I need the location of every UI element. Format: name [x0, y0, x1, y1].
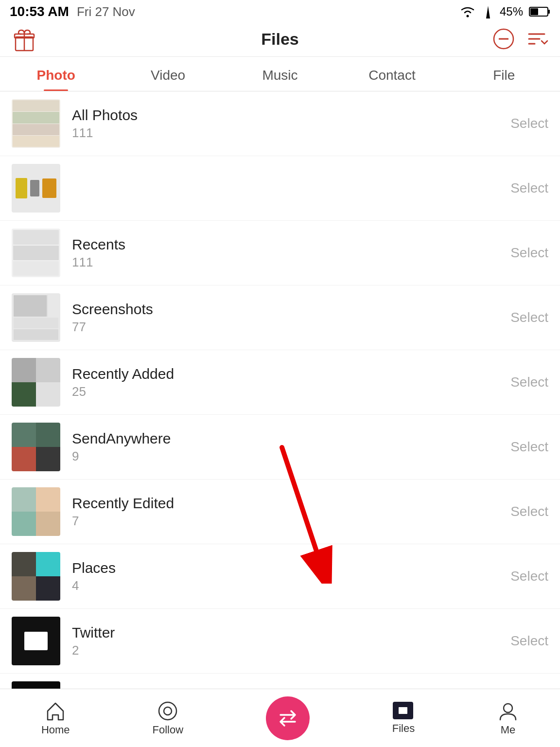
thumb-swatches — [12, 164, 60, 213]
item-name-screenshots: Screenshots — [72, 301, 510, 318]
nav-me-label: Me — [501, 724, 516, 736]
svg-point-17 — [504, 704, 512, 712]
nav-home[interactable]: Home — [41, 700, 70, 736]
tab-video[interactable]: Video — [112, 57, 224, 91]
thumb-all-photos — [12, 99, 60, 148]
select-send-anywhere[interactable]: Select — [510, 439, 548, 455]
list-item-recently-added[interactable]: Recently Added 25 Select — [0, 350, 560, 415]
header-right — [492, 27, 548, 51]
item-name-places: Places — [72, 560, 510, 576]
list-item-info-all-photos: All Photos 111 — [72, 107, 510, 141]
tab-bar: Photo Video Music Contact File — [0, 57, 560, 91]
nav-me[interactable]: Me — [497, 700, 519, 736]
photo-list: All Photos 111 Select Select Re — [0, 91, 560, 747]
list-item-info-recently-edited: Recently Edited 7 — [72, 495, 510, 529]
status-date: Fri 27 Nov — [77, 4, 135, 19]
item-name-recently-edited: Recently Edited — [72, 495, 510, 512]
select-swatches[interactable]: Select — [510, 180, 548, 196]
select-recently-edited[interactable]: Select — [510, 504, 548, 519]
svg-marker-1 — [486, 6, 490, 18]
me-icon — [497, 700, 519, 722]
follow-icon — [157, 700, 178, 722]
header-title: Files — [261, 30, 298, 49]
list-item-info-places: Places 4 — [72, 560, 510, 593]
header-left — [12, 26, 37, 52]
files-nav-icon — [393, 702, 414, 720]
signal-icon — [482, 5, 494, 18]
item-name-recently-added: Recently Added — [72, 366, 510, 382]
list-item-swatches[interactable]: Select — [0, 156, 560, 221]
list-item-info-twitter: Twitter 2 — [72, 624, 510, 658]
tab-music[interactable]: Music — [224, 57, 336, 91]
list-item-recently-edited[interactable]: Recently Edited 7 Select — [0, 480, 560, 544]
nav-home-label: Home — [41, 724, 70, 736]
item-count-recents: 111 — [72, 255, 510, 270]
item-count-all-photos: 111 — [72, 125, 510, 141]
battery-text: 45% — [500, 5, 523, 18]
item-count-twitter: 2 — [72, 643, 510, 658]
bottom-nav: Home Follow Files Me — [0, 689, 560, 747]
item-name-twitter: Twitter — [72, 624, 510, 641]
nav-follow-label: Follow — [152, 724, 183, 736]
list-item-info-screenshots: Screenshots 77 — [72, 301, 510, 335]
item-count-recently-edited: 7 — [72, 514, 510, 529]
status-right: 45% — [459, 5, 550, 18]
list-item-screenshots[interactable]: Screenshots 77 Select — [0, 285, 560, 350]
battery-icon — [529, 6, 550, 18]
nav-follow[interactable]: Follow — [152, 700, 183, 736]
transfer-icon — [276, 706, 300, 730]
list-item-info-recents: Recents 111 — [72, 236, 510, 270]
thumb-send-anywhere — [12, 423, 60, 471]
thumb-places — [12, 552, 60, 601]
list-item-recents[interactable]: Recents 111 Select — [0, 221, 560, 285]
select-twitter[interactable]: Select — [510, 633, 548, 649]
item-name-send-anywhere: SendAnywhere — [72, 430, 510, 447]
item-name-all-photos: All Photos — [72, 107, 510, 124]
select-places[interactable]: Select — [510, 569, 548, 584]
list-item-all-photos[interactable]: All Photos 111 Select — [0, 91, 560, 156]
list-item-twitter[interactable]: Twitter 2 Select — [0, 609, 560, 674]
gift-icon[interactable] — [12, 26, 37, 52]
select-screenshots[interactable]: Select — [510, 310, 548, 325]
nav-files[interactable]: Files — [392, 702, 415, 735]
svg-rect-3 — [548, 10, 550, 14]
wifi-icon — [459, 5, 476, 18]
svg-point-15 — [159, 702, 176, 720]
sort-icon[interactable] — [525, 27, 548, 51]
item-count-recently-added: 25 — [72, 384, 510, 399]
tab-contact[interactable]: Contact — [336, 57, 448, 91]
item-count-screenshots: 77 — [72, 320, 510, 335]
minus-circle-icon[interactable] — [492, 27, 515, 51]
item-count-send-anywhere: 9 — [72, 449, 510, 464]
svg-rect-4 — [530, 8, 538, 15]
status-time: 10:53 AM — [10, 4, 69, 19]
list-item-info-recently-added: Recently Added 25 — [72, 366, 510, 399]
list-item-places[interactable]: Places 4 Select — [0, 544, 560, 609]
thumb-screenshots — [12, 293, 60, 342]
select-recently-added[interactable]: Select — [510, 374, 548, 390]
list-item-info-send-anywhere: SendAnywhere 9 — [72, 430, 510, 464]
thumb-twitter — [12, 617, 60, 665]
nav-files-label: Files — [392, 722, 415, 735]
thumb-recently-edited — [12, 487, 60, 536]
svg-point-16 — [164, 707, 172, 715]
svg-point-0 — [466, 15, 469, 18]
thumb-recently-added — [12, 358, 60, 407]
tab-file[interactable]: File — [448, 57, 560, 91]
nav-transfer-button[interactable] — [266, 696, 310, 740]
select-recents[interactable]: Select — [510, 245, 548, 261]
item-name-recents: Recents — [72, 236, 510, 253]
thumb-recents — [12, 229, 60, 277]
select-all-photos[interactable]: Select — [510, 116, 548, 131]
tab-photo[interactable]: Photo — [0, 57, 112, 91]
app-header: Files — [0, 21, 560, 57]
item-count-places: 4 — [72, 578, 510, 593]
list-item-send-anywhere[interactable]: SendAnywhere 9 Select — [0, 415, 560, 480]
home-icon — [45, 700, 66, 722]
status-bar: 10:53 AM Fri 27 Nov 45% — [0, 0, 560, 21]
